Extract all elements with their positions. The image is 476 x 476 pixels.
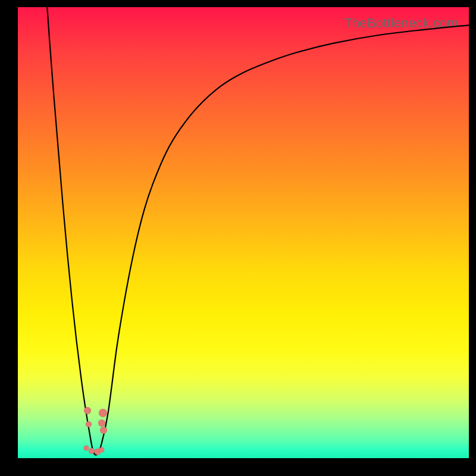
curve-svg [18,7,469,458]
plot-area: TheBottleneck.com [18,7,469,458]
data-marker [99,409,107,417]
data-marker [86,421,92,427]
data-marker [100,427,107,434]
chart-frame: TheBottleneck.com [0,0,476,476]
data-marker [84,407,91,414]
bottleneck-curve-path [47,7,469,455]
data-marker [98,419,105,427]
data-marker [89,448,95,454]
data-marker [99,447,104,453]
